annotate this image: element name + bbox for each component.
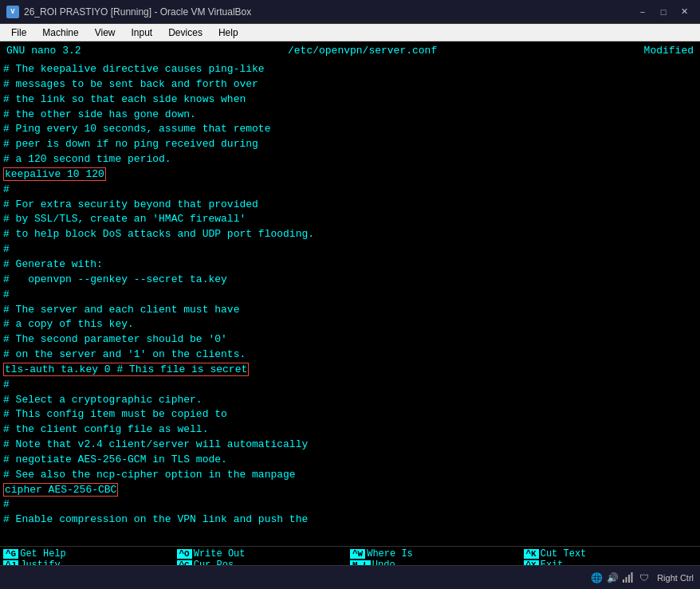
menu-bar: File Machine View Input Devices Help [0, 24, 700, 41]
svg-rect-2 [628, 575, 630, 583]
terminal-line: # peer is down if no ping received durin… [3, 137, 697, 152]
footer-label: Get Help [20, 548, 66, 560]
terminal-line: # Ping every 10 seconds, assume that rem… [3, 122, 697, 137]
virtualbox-icon: V [6, 6, 19, 18]
svg-rect-3 [631, 572, 633, 583]
title-bar: V 26_ROI PRASTIYO [Running] - Oracle VM … [0, 0, 700, 24]
footer-label: Cut Text [541, 548, 587, 560]
maximize-button[interactable]: □ [654, 4, 673, 20]
terminal-line: # messages to be sent back and forth ove… [3, 77, 697, 92]
terminal-line: # [3, 242, 697, 257]
terminal-line: # The server and each client must have [3, 303, 697, 318]
terminal-line: # Note that v2.4 client/server will auto… [3, 438, 697, 453]
menu-devices[interactable]: Devices [160, 26, 210, 40]
nano-header: GNU nano 3.2 /etc/openvpn/server.conf Mo… [0, 41, 700, 59]
terminal-line: # the link so that each side knows when [3, 92, 697, 108]
terminal-line: # a 120 second time period. [3, 152, 697, 167]
tray-network-icon: 🌐 [590, 571, 603, 584]
footer-item: ^WWhere Is [350, 548, 524, 560]
taskbar: 🌐 🔊 🛡 Right Ctrl [0, 565, 700, 589]
menu-machine[interactable]: Machine [34, 26, 86, 40]
right-ctrl-label: Right Ctrl [657, 573, 694, 583]
terminal-line: # negotiate AES-256-GCM in TLS mode. [3, 453, 697, 468]
menu-view[interactable]: View [87, 26, 124, 40]
terminal-line: # [3, 497, 697, 512]
terminal-line: # This config item must be copied to [3, 407, 697, 422]
terminal-line: # a copy of this key. [3, 317, 697, 332]
system-tray: 🌐 🔊 🛡 Right Ctrl [590, 571, 694, 584]
terminal-line: # to help block DoS attacks and UDP port… [3, 227, 697, 242]
terminal-line: keepalive 10 120 [3, 167, 697, 183]
close-button[interactable]: ✕ [674, 4, 694, 20]
footer-key: ^O [177, 549, 192, 559]
window-controls: − □ ✕ [633, 4, 694, 20]
footer-key: ^K [524, 549, 539, 559]
highlighted-line: tls-auth ta.key 0 # This file is secret [3, 363, 249, 376]
terminal-line: # [3, 378, 697, 393]
menu-input[interactable]: Input [124, 26, 161, 40]
svg-rect-0 [623, 579, 624, 583]
nano-filepath: /etc/openvpn/server.conf [288, 45, 437, 57]
minimize-button[interactable]: − [633, 4, 652, 20]
highlighted-line: keepalive 10 120 [3, 167, 106, 181]
terminal-line: # openvpn --genkey --secret ta.key [3, 273, 697, 288]
terminal-line: # the other side has gone down. [3, 108, 697, 123]
window-title: 26_ROI PRASTIYO [Running] - Oracle VM Vi… [24, 6, 633, 18]
menu-file[interactable]: File [3, 26, 34, 40]
tray-wifi-icon [622, 571, 635, 584]
footer-item: ^OWrite Out [177, 548, 351, 560]
tray-sound-icon: 🔊 [606, 571, 619, 584]
terminal-line: cipher AES-256-CBC [3, 483, 697, 498]
tray-shield-icon: 🛡 [638, 571, 651, 584]
terminal-line: # Select a cryptographic cipher. [3, 393, 697, 408]
footer-label: Write Out [194, 548, 246, 560]
nano-version: GNU nano 3.2 [6, 45, 81, 57]
terminal-line: # See also the ncp-cipher option in the … [3, 468, 697, 483]
terminal-line: # Generate with: [3, 257, 697, 273]
footer-label: Where Is [367, 548, 413, 560]
terminal-line: # The second parameter should be '0' [3, 332, 697, 348]
footer-key: ^W [350, 549, 365, 559]
nano-status: Modified [644, 45, 694, 57]
terminal-line: # Enable compression on the VPN link and… [3, 512, 697, 528]
terminal-line: # on the server and '1' on the clients. [3, 348, 697, 363]
terminal-content[interactable]: # The keepalive directive causes ping-li… [0, 59, 700, 546]
terminal-line: # by SSL/TLS, create an 'HMAC firewall' [3, 212, 697, 227]
footer-item: ^KCut Text [524, 548, 698, 560]
terminal-line: # [3, 183, 697, 198]
footer-key: ^G [3, 549, 18, 559]
terminal-line: # For extra security beyond that provide… [3, 198, 697, 213]
terminal-line: # the client config file as well. [3, 422, 697, 438]
terminal-line: # The keepalive directive causes ping-li… [3, 62, 697, 77]
svg-rect-1 [626, 577, 627, 583]
terminal-line: tls-auth ta.key 0 # This file is secret [3, 363, 697, 378]
terminal-line: # [3, 288, 697, 303]
highlighted-line: cipher AES-256-CBC [3, 483, 118, 497]
menu-help[interactable]: Help [210, 26, 246, 40]
footer-item: ^GGet Help [3, 548, 177, 560]
